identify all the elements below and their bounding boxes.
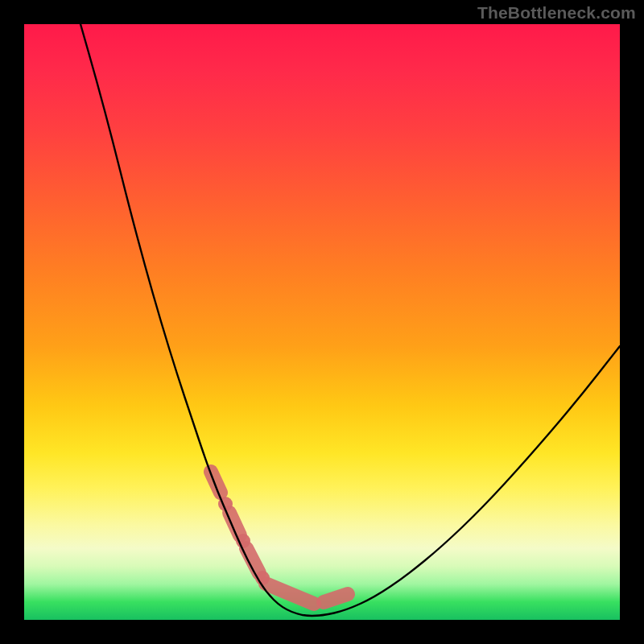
chart-frame: TheBottleneck.com [0, 0, 644, 644]
bottleneck-curve [80, 24, 620, 616]
bead-segment [266, 584, 314, 604]
bead-highlight-group [211, 472, 348, 604]
watermark-text: TheBottleneck.com [477, 3, 636, 23]
plot-area [24, 24, 620, 620]
bead-segment [324, 594, 348, 602]
curve-svg [24, 24, 620, 620]
bead-segment [211, 472, 221, 493]
